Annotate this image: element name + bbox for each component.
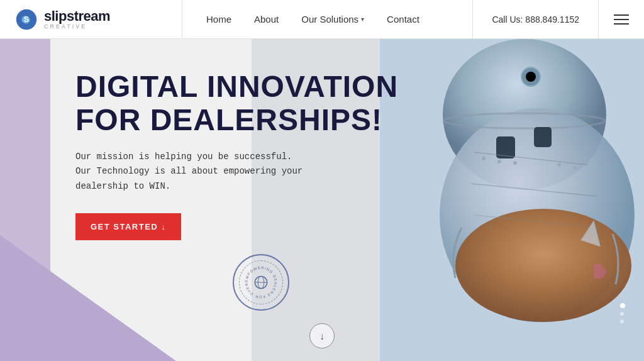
rocket-image [374,39,644,341]
hero-description: Our mission is helping you be successful… [75,150,314,194]
badge-seal: EMPOWERING DEALERS FOR OVER 7 YEARS [233,254,289,311]
svg-text:EMPOWERING DEALERS FOR OVER 7 : EMPOWERING DEALERS FOR OVER 7 YEARS [240,260,277,299]
slipstream-logo-icon: S [15,8,38,31]
nav-item-about[interactable]: About [243,0,290,38]
nav-item-home[interactable]: Home [195,0,243,38]
get-started-button[interactable]: GET STARTED ↓ [75,213,181,240]
hamburger-icon [614,14,629,25]
logo-area: S slipstream CREATIVE [0,0,182,38]
logo-name: slipstream [44,9,110,23]
svg-point-11 [482,157,486,160]
svg-point-17 [526,72,536,82]
navbar: S slipstream CREATIVE Home About Our Sol… [0,0,644,39]
hero-headline: DIGITAL INNOVATION FOR DEALERSHIPS! [75,70,398,137]
logo-text: slipstream CREATIVE [44,9,110,30]
nav-links: Home About Our Solutions ▾ Contact [182,0,472,38]
nav-solutions-label: Our Solutions [301,14,358,25]
phone-number: Call Us: 888.849.1152 [472,0,599,38]
slide-dot-1[interactable] [620,303,625,308]
phone-digits: 888.849.1152 [525,14,579,25]
svg-point-15 [557,163,561,167]
badge-inner: EMPOWERING DEALERS FOR OVER 7 YEARS [239,260,283,304]
svg-rect-7 [534,127,552,147]
nav-item-solutions[interactable]: Our Solutions ▾ [290,0,375,38]
slide-dot-2[interactable] [620,312,624,316]
svg-point-13 [513,161,517,165]
headline-line1: DIGITAL INNOVATION [75,70,398,103]
scroll-down-button[interactable]: ↓ [309,323,335,348]
hero-section: DIGITAL INNOVATION FOR DEALERSHIPS! Our … [0,39,644,361]
hamburger-menu-button[interactable] [599,0,644,38]
nav-item-contact[interactable]: Contact [375,0,431,38]
headline-line2: FOR DEALERSHIPS! [75,103,382,136]
slide-dot-3[interactable] [620,319,624,323]
chevron-down-icon: ▾ [361,16,364,23]
logo-subtitle: CREATIVE [44,24,110,30]
hero-content: DIGITAL INNOVATION FOR DEALERSHIPS! Our … [75,70,398,240]
svg-point-4 [455,209,631,322]
phone-label: Call Us: [492,14,523,25]
arrow-down-icon: ↓ [319,331,325,342]
svg-text:S: S [24,14,29,23]
svg-point-12 [497,160,501,164]
slider-dots [620,303,625,323]
svg-point-14 [573,166,577,170]
